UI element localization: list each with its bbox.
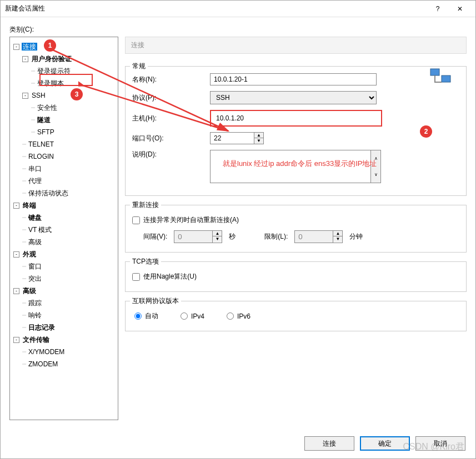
tree-bell[interactable]: 响铃 <box>27 311 43 319</box>
description-textarea[interactable] <box>210 150 371 183</box>
group-title-tcp: TCP选项 <box>130 257 161 266</box>
connection-icon <box>429 67 453 89</box>
panel-header: 连接 <box>125 37 467 54</box>
tree-window[interactable]: 窗口 <box>27 263 43 270</box>
svg-rect-1 <box>442 75 450 82</box>
limit-input[interactable] <box>294 230 333 243</box>
dialog-window: 新建会话属性 ? ✕ 类别(C): -连接 -用户身份验证 登录提示符 登录脚本 <box>0 0 476 459</box>
interval-label: 间隔(V): <box>143 232 167 241</box>
tree-xymodem[interactable]: X/YMODEM <box>27 348 66 356</box>
limit-spinner[interactable]: ▲▼ <box>333 230 343 243</box>
tree-user-auth[interactable]: 用户身份验证 <box>31 55 73 63</box>
tree-rlogin[interactable]: RLOGIN <box>27 153 55 160</box>
tree-appearance[interactable]: 外观 <box>22 250 37 258</box>
desc-scrollbar[interactable]: ∧∨ <box>371 150 381 183</box>
titlebar: 新建会话属性 ? ✕ <box>1 1 475 17</box>
general-group: 常规 名称(N): 协议(P): SSH 主机(H): <box>125 66 467 196</box>
tree-advanced[interactable]: 高级 <box>22 287 37 295</box>
radio-ipv4[interactable]: IPv4 <box>181 311 204 321</box>
expand-icon[interactable]: - <box>22 56 28 62</box>
interval-input[interactable] <box>174 230 213 243</box>
expand-icon[interactable]: - <box>13 288 19 294</box>
expand-icon[interactable]: - <box>13 251 19 258</box>
help-button[interactable]: ? <box>427 1 449 17</box>
radio-ipv6[interactable]: IPv6 <box>227 311 250 321</box>
group-title-general: 常规 <box>130 62 148 71</box>
tree-ssh[interactable]: SSH <box>31 92 47 99</box>
tree-telnet[interactable]: TELNET <box>27 140 55 148</box>
name-input[interactable] <box>210 73 377 85</box>
protocol-select[interactable]: SSH <box>210 91 377 104</box>
reconnect-group: 重新连接 连接异常关闭时自动重新连接(A) 间隔(V): ▲▼ 秒 限制(L):… <box>125 205 467 253</box>
svg-rect-0 <box>430 69 439 75</box>
protocol-label: 协议(P): <box>132 93 210 103</box>
tree-keepalive[interactable]: 保持活动状态 <box>27 189 69 197</box>
cancel-button[interactable]: 取消 <box>415 436 465 451</box>
tree-connection[interactable]: 连接 <box>22 43 37 51</box>
ok-button[interactable]: 确定 <box>360 436 410 451</box>
tree-logging[interactable]: 日志记录 <box>27 324 56 331</box>
interval-spinner[interactable]: ▲▼ <box>213 230 222 243</box>
tree-tunnel[interactable]: 隧道 <box>36 116 52 124</box>
tree-login-prompt[interactable]: 登录提示符 <box>36 67 72 75</box>
tree-filetransfer[interactable]: 文件传输 <box>22 336 51 344</box>
name-label: 名称(N): <box>132 75 210 84</box>
radio-auto[interactable]: 自动 <box>134 311 158 321</box>
tree-terminal[interactable]: 终端 <box>22 201 37 209</box>
host-label: 主机(H): <box>132 114 210 123</box>
category-label: 类别(C): <box>9 25 467 34</box>
tree-proxy[interactable]: 代理 <box>27 177 43 185</box>
port-spinner[interactable]: ▲▼ <box>254 132 264 144</box>
expand-icon[interactable]: - <box>22 93 28 99</box>
desc-label: 说明(D): <box>132 150 210 159</box>
tree-sftp[interactable]: SFTP <box>36 128 56 136</box>
tree-security[interactable]: 安全性 <box>36 104 58 112</box>
content-area: 类别(C): -连接 -用户身份验证 登录提示符 登录脚本 -SSH <box>1 17 475 458</box>
tree-serial[interactable]: 串口 <box>27 165 43 173</box>
ipver-group: 互联网协议版本 自动 IPv4 IPv6 <box>125 301 467 331</box>
category-tree: -连接 -用户身份验证 登录提示符 登录脚本 -SSH 安全性 <box>9 37 118 420</box>
expand-icon[interactable]: - <box>13 203 19 209</box>
nagle-checkbox[interactable] <box>132 273 140 281</box>
expand-icon[interactable]: - <box>13 337 19 343</box>
limit-label: 限制(L): <box>264 232 288 241</box>
window-title: 新建会话属性 <box>5 4 427 13</box>
tree-vtmode[interactable]: VT 模式 <box>27 226 53 234</box>
close-button[interactable]: ✕ <box>449 1 471 17</box>
tree-zmodem[interactable]: ZMODEM <box>27 360 59 368</box>
minutes-label: 分钟 <box>349 232 363 241</box>
auto-reconnect-checkbox[interactable] <box>132 216 140 224</box>
auto-reconnect-label: 连接异常关闭时自动重新连接(A) <box>143 215 239 225</box>
tree-highlight[interactable]: 突出 <box>27 275 43 283</box>
host-input[interactable] <box>213 113 379 124</box>
dialog-buttons: 连接 确定 取消 <box>304 436 465 451</box>
host-highlight <box>210 110 382 127</box>
group-title-reconnect: 重新连接 <box>130 200 161 210</box>
tree-login-script[interactable]: 登录脚本 <box>36 79 65 87</box>
port-input[interactable] <box>210 132 254 144</box>
group-title-ipver: 互联网协议版本 <box>130 296 181 306</box>
tree-trace[interactable]: 跟踪 <box>27 299 43 307</box>
connect-button[interactable]: 连接 <box>304 436 354 451</box>
port-label: 端口号(O): <box>132 134 210 143</box>
nagle-label: 使用Nagle算法(U) <box>143 272 197 281</box>
tree-keyboard[interactable]: 键盘 <box>27 214 43 221</box>
tcp-group: TCP选项 使用Nagle算法(U) <box>125 261 467 292</box>
seconds-label: 秒 <box>229 232 236 241</box>
tree-advanced-term[interactable]: 高级 <box>27 238 43 246</box>
main-panel: 连接 常规 名称(N): 协议(P): SSH 主机(H) <box>125 37 467 420</box>
expand-icon[interactable]: - <box>13 44 19 50</box>
